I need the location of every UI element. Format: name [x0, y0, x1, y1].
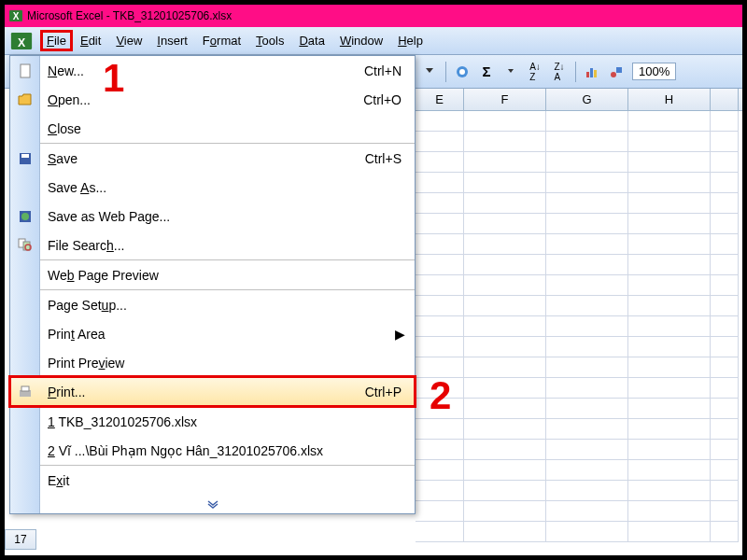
col-header-f[interactable]: F — [464, 89, 546, 110]
spreadsheet-grid[interactable]: E F G H — [416, 89, 742, 555]
svg-text:X: X — [13, 11, 20, 21]
menu-save-as[interactable]: Save As... — [10, 173, 415, 202]
menu-window[interactable]: Window — [332, 30, 390, 51]
menubar: X File Edit View Insert Format Tools Dat… — [5, 27, 742, 55]
menu-recent-2[interactable]: 2 Vĩ ...\Bùi Phạm Ngọc Hân_31201025706.x… — [10, 436, 415, 465]
menu-print-preview[interactable]: Print Preview — [10, 348, 415, 377]
col-header-e[interactable]: E — [416, 89, 464, 110]
separator — [445, 62, 446, 82]
chart-icon[interactable] — [581, 61, 603, 83]
print-icon — [16, 383, 35, 401]
menu-data[interactable]: Data — [291, 30, 331, 51]
shortcut: Ctrl+S — [365, 151, 402, 166]
autosum-icon[interactable]: Σ — [475, 61, 498, 83]
open-icon — [16, 91, 35, 109]
menu-open[interactable]: Open... Ctrl+O — [10, 85, 415, 114]
autosum-drop-icon[interactable] — [500, 61, 522, 83]
menu-web-preview[interactable]: Web Page Preview — [10, 260, 415, 289]
hyperlink-icon[interactable] — [451, 61, 473, 83]
svg-rect-21 — [21, 386, 29, 391]
svg-rect-12 — [21, 64, 30, 77]
shortcut: Ctrl+P — [365, 385, 402, 399]
menu-page-setup[interactable]: Page Setup... — [10, 290, 415, 319]
search-icon — [16, 236, 35, 255]
svg-point-16 — [21, 213, 29, 220]
save-icon — [16, 149, 35, 168]
svg-rect-14 — [21, 154, 29, 158]
svg-rect-11 — [616, 67, 622, 73]
menu-expand[interactable] — [10, 495, 415, 513]
svg-rect-7 — [586, 72, 589, 77]
dropdown-icon[interactable] — [418, 61, 441, 83]
menu-view[interactable]: View — [108, 30, 149, 51]
save-web-icon — [16, 207, 35, 226]
menu-recent-1[interactable]: 1 TKB_31201025706.xlsx — [10, 407, 415, 436]
titlebar: X Microsoft Excel - TKB_31201025706.xlsx — [5, 5, 742, 27]
shortcut: Ctrl+O — [363, 92, 402, 107]
menu-insert[interactable]: Insert — [149, 30, 195, 51]
row-header-17[interactable]: 17 — [5, 529, 36, 550]
col-header-h[interactable]: H — [628, 89, 711, 110]
menu-save[interactable]: Save Ctrl+S — [10, 144, 415, 173]
shortcut: Ctrl+N — [364, 63, 402, 78]
sort-asc-icon[interactable]: A↓Z — [524, 61, 546, 83]
menu-help[interactable]: Help — [390, 30, 430, 51]
drawing-icon[interactable] — [605, 61, 627, 83]
svg-rect-18 — [23, 242, 30, 250]
col-header-partial[interactable] — [711, 89, 739, 110]
svg-rect-8 — [590, 68, 593, 77]
menu-new[interactable]: New... Ctrl+N — [10, 56, 415, 85]
menu-close[interactable]: Close — [10, 114, 415, 143]
annotation-2: 2 — [430, 373, 451, 418]
grid-rows — [416, 111, 742, 542]
menu-file[interactable]: File — [40, 30, 73, 51]
menu-print-area[interactable]: Print Area ▶ — [10, 319, 415, 348]
sort-desc-icon[interactable]: Z↓A — [548, 61, 571, 83]
menu-save-web[interactable]: Save as Web Page... — [10, 202, 415, 231]
menu-file-search[interactable]: File Search... — [10, 231, 415, 259]
zoom-level[interactable]: 100% — [632, 63, 676, 80]
svg-point-6 — [459, 69, 465, 75]
excel-icon: X — [8, 8, 23, 23]
menu-exit[interactable]: Exit — [10, 466, 415, 495]
separator — [575, 62, 576, 82]
svg-rect-9 — [594, 70, 597, 77]
menu-format[interactable]: Format — [195, 30, 248, 51]
window-title: Microsoft Excel - TKB_31201025706.xlsx — [27, 9, 232, 22]
column-headers: E F G H — [416, 89, 742, 111]
menu-tools[interactable]: Tools — [248, 30, 291, 51]
menu-edit[interactable]: Edit — [73, 30, 108, 51]
svg-point-10 — [611, 72, 616, 77]
menu-print[interactable]: Print... Ctrl+P — [10, 377, 415, 406]
svg-text:X: X — [18, 35, 26, 49]
col-header-g[interactable]: G — [546, 89, 628, 110]
excel-app-icon[interactable]: X — [8, 31, 35, 51]
submenu-arrow-icon: ▶ — [395, 327, 405, 342]
new-icon — [16, 62, 35, 80]
row-header-area: 17 — [5, 529, 36, 550]
annotation-1: 1 — [103, 56, 124, 101]
file-dropdown: New... Ctrl+N Open... Ctrl+O Close Save … — [9, 55, 416, 514]
